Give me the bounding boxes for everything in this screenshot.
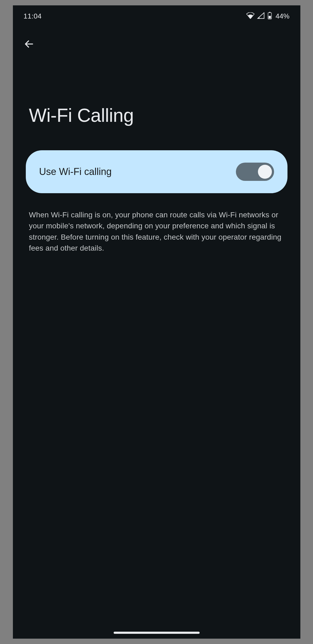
status-time: 11:04 (24, 12, 42, 20)
battery-percent: 44% (275, 12, 289, 20)
status-bar: 11:04 44% (13, 5, 300, 26)
svg-rect-1 (269, 12, 271, 13)
arrow-left-icon (24, 39, 34, 50)
description-text: When Wi-Fi calling is on, your phone can… (13, 193, 300, 254)
nav-bar (13, 26, 300, 58)
phone-screen: 11:04 44% (13, 5, 300, 639)
toggle-switch[interactable] (236, 163, 274, 181)
back-button[interactable] (21, 36, 37, 52)
toggle-label: Use Wi-Fi calling (39, 166, 112, 177)
battery-icon (267, 12, 272, 20)
wifi-icon (246, 12, 254, 20)
status-icons: 44% (246, 12, 289, 20)
toggle-thumb (258, 165, 272, 179)
svg-rect-2 (269, 16, 271, 19)
page-title: Wi-Fi Calling (13, 58, 300, 150)
cellular-signal-icon (257, 12, 265, 20)
home-indicator[interactable] (114, 632, 200, 634)
wifi-calling-toggle-card[interactable]: Use Wi-Fi calling (26, 150, 287, 193)
